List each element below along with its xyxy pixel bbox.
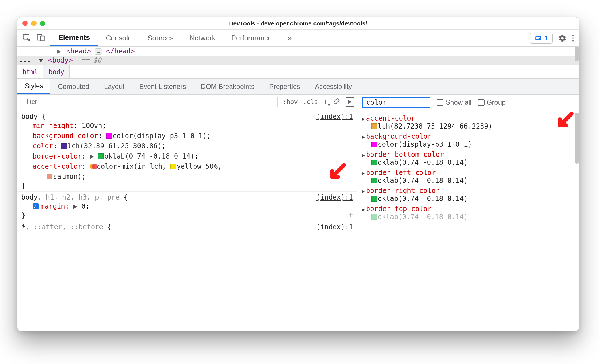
selected-node-indicator: == $0 (81, 56, 101, 64)
cls-button[interactable]: .cls (303, 98, 318, 105)
color-swatch-icon[interactable] (371, 196, 377, 202)
dom-head-line[interactable]: ▶ <head> … </head> (17, 47, 579, 56)
expand-icon[interactable]: ▶ (362, 152, 365, 158)
window-title: DevTools - developer.chrome.com/tags/dev… (17, 20, 579, 27)
prop-margin[interactable]: margin (41, 202, 65, 210)
subtab-layout[interactable]: Layout (97, 79, 132, 94)
color-swatch-icon[interactable] (371, 160, 377, 165)
gutter-menu-icon[interactable]: ••• (19, 58, 31, 65)
color-swatch-icon[interactable] (98, 153, 104, 159)
color-swatch-icon[interactable] (371, 214, 377, 220)
inspect-element-icon[interactable] (22, 33, 31, 43)
rule-source-link[interactable]: (index):1 (316, 223, 353, 231)
subtab-computed[interactable]: Computed (50, 79, 97, 94)
expand-shorthand-icon[interactable]: ▶ (86, 152, 98, 160)
rule-source-link[interactable]: (index):1 (316, 193, 353, 201)
color-swatch-icon[interactable] (47, 174, 52, 179)
device-toggle-icon[interactable] (37, 33, 45, 43)
show-all-label: Show all (446, 99, 471, 106)
settings-gear-icon[interactable] (558, 34, 567, 42)
head-close-tag: </head> (106, 47, 135, 55)
styles-filter-input[interactable] (20, 97, 278, 107)
rule-body-h-p-pre[interactable]: (index):1 body, h1, h2, h3, p, pre { mar… (17, 192, 357, 221)
maximize-window-button[interactable] (40, 21, 45, 26)
tab-elements[interactable]: Elements (50, 30, 98, 46)
color-swatch-icon[interactable] (170, 164, 176, 169)
caret-right-icon[interactable]: ▶ (57, 47, 61, 55)
crumb-body[interactable]: body (43, 65, 69, 78)
color-swatch-icon[interactable] (61, 143, 67, 149)
new-style-rule-icon[interactable]: +▾ (323, 97, 328, 106)
rule-universal[interactable]: (index):1 *, ::after, ::before { (17, 221, 357, 233)
panels: :hov .cls +▾ (index):1 body { (17, 95, 579, 331)
subtab-accessibility[interactable]: Accessibility (307, 79, 359, 94)
group-label: Group (487, 99, 506, 106)
computed-scrollbar[interactable] (575, 113, 579, 164)
selector[interactable]: body, h1, h2, h3, p, pre (21, 193, 120, 201)
color-swatch-icon[interactable] (106, 133, 112, 139)
styles-subtabs: Styles Computed Layout Event Listeners D… (17, 79, 579, 95)
expand-icon[interactable]: ▶ (362, 206, 365, 212)
selector[interactable]: *, ::after, ::before (21, 223, 103, 231)
main-toolbar: Elements Console Sources Network Perform… (17, 30, 579, 47)
subtab-event-listeners[interactable]: Event Listeners (132, 79, 193, 94)
color-swatch-icon[interactable] (371, 178, 377, 183)
selector[interactable]: body (21, 113, 38, 121)
expand-icon[interactable]: ▶ (362, 170, 365, 176)
expand-shorthand-icon[interactable]: ▶ (69, 202, 81, 210)
svg-rect-2 (41, 36, 44, 41)
computed-prop: border-right-color (366, 187, 440, 195)
toolbar-right: 1 (530, 33, 579, 44)
show-all-checkbox[interactable] (437, 99, 443, 106)
caret-down-icon[interactable]: ▼ (39, 56, 43, 64)
dom-tree[interactable]: ▶ <head> … </head> ••• ▼ <body> == $0 (17, 47, 579, 65)
rule-source-link[interactable]: (index):1 (316, 113, 353, 121)
styles-rules[interactable]: (index):1 body { min-height: 100vh; back… (17, 109, 357, 331)
minimize-window-button[interactable] (31, 21, 37, 26)
tab-network[interactable]: Network (182, 30, 224, 46)
color-swatch-icon[interactable] (371, 123, 377, 129)
computed-item[interactable]: ▶background-colorcolor(display-p3 1 0 1) (362, 131, 574, 149)
subtab-properties[interactable]: Properties (262, 79, 307, 94)
prop-border-color[interactable]: border-color (33, 152, 82, 160)
collapsed-ellipsis-icon[interactable]: … (95, 48, 102, 55)
group-checkbox[interactable] (478, 99, 485, 106)
computed-item[interactable]: ▶border-right-coloroklab(0.74 -0.18 0.14… (362, 186, 574, 204)
tabs-overflow[interactable]: » (280, 30, 300, 46)
svg-rect-0 (23, 34, 29, 39)
hov-button[interactable]: :hov (283, 98, 298, 105)
property-enabled-checkbox[interactable] (33, 203, 39, 209)
dom-scrollbar[interactable] (575, 47, 579, 61)
play-in-panel-icon[interactable] (346, 97, 354, 107)
close-window-button[interactable] (22, 21, 28, 26)
subtab-styles[interactable]: Styles (17, 79, 50, 94)
prop-color[interactable]: color (33, 142, 53, 150)
svg-rect-4 (536, 37, 540, 38)
computed-item[interactable]: ▶accent-colorlch(82.7238 75.1294 66.2239… (362, 113, 574, 131)
computed-list[interactable]: ▶accent-colorlch(82.7238 75.1294 66.2239… (357, 110, 579, 331)
dom-body-line[interactable]: ▼ <body> == $0 (17, 56, 579, 65)
toolbar-left (17, 30, 50, 46)
expand-icon[interactable]: ▶ (362, 134, 365, 140)
paint-brush-icon[interactable] (333, 97, 341, 107)
color-swatch-icon[interactable] (371, 142, 377, 147)
subtab-dom-breakpoints[interactable]: DOM Breakpoints (194, 79, 262, 94)
add-declaration-icon[interactable]: + (348, 210, 353, 219)
issues-button[interactable]: 1 (530, 33, 553, 44)
prop-min-height[interactable]: min-height (33, 122, 74, 130)
more-menu-icon[interactable] (572, 35, 574, 42)
computed-item[interactable]: ▶border-left-coloroklab(0.74 -0.18 0.14) (362, 168, 574, 186)
tab-console[interactable]: Console (98, 30, 140, 46)
expand-icon[interactable]: ▶ (362, 188, 365, 194)
tab-performance[interactable]: Performance (223, 30, 280, 46)
prop-accent-color[interactable]: accent-color (33, 162, 82, 170)
expand-icon[interactable]: ▶ (362, 116, 365, 122)
color-mix-swatch-icon[interactable] (90, 163, 97, 170)
computed-item[interactable]: ▶border-top-coloroklab(0.74 -0.18 0.14) (362, 204, 574, 222)
computed-filter-input[interactable] (362, 97, 430, 108)
tab-sources[interactable]: Sources (140, 30, 182, 46)
prop-background-color[interactable]: background-color (33, 132, 98, 140)
computed-item[interactable]: ▶border-bottom-coloroklab(0.74 -0.18 0.1… (362, 149, 574, 168)
crumb-html[interactable]: html (17, 65, 43, 78)
rule-body[interactable]: (index):1 body { min-height: 100vh; back… (17, 111, 357, 192)
